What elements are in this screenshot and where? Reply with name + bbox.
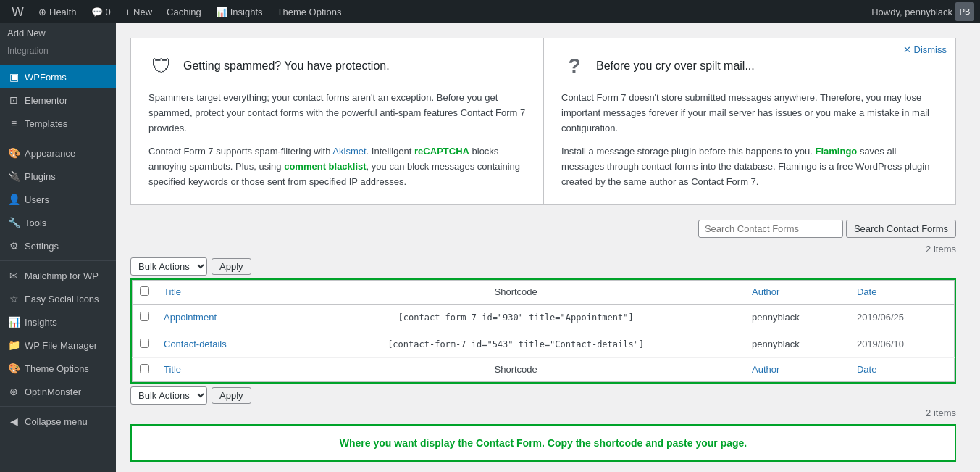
row2-title: Contact-details: [156, 331, 287, 357]
settings-icon: ⚙: [7, 239, 20, 252]
title-column-header[interactable]: Title: [156, 280, 287, 304]
sidebar-label-collapse: Collapse menu: [25, 416, 88, 427]
recaptcha-link[interactable]: reCAPTCHA: [414, 146, 469, 157]
title-footer-header[interactable]: Title: [156, 357, 287, 381]
select-all-footer-checkbox[interactable]: [140, 364, 149, 373]
search-input[interactable]: [698, 220, 843, 238]
sidebar-label-optinmonster: OptinMonster: [25, 386, 81, 397]
insights-topbar-icon: 📊: [216, 7, 227, 17]
admin-bar-right: Howdy, pennyblack PB: [871, 2, 974, 21]
sidebar-label-elementor: Elementor: [25, 95, 67, 106]
notice-grid: ✕ Dismiss 🛡 Getting spammed? You have pr…: [130, 38, 956, 205]
items-count-bottom: 2 items: [130, 407, 956, 418]
spam-protection-header: 🛡 Getting spammed? You have protection.: [148, 53, 526, 79]
date-column-header[interactable]: Date: [850, 280, 955, 304]
apply-button-top[interactable]: Apply: [212, 258, 251, 275]
new-button[interactable]: + New: [120, 0, 158, 23]
sidebar-item-tools[interactable]: 🔧 Tools: [0, 211, 116, 234]
bulk-actions-select-bottom[interactable]: Bulk Actions: [130, 386, 207, 405]
comment-blacklist-link[interactable]: comment blacklist: [284, 161, 366, 172]
row1-checkbox[interactable]: [140, 312, 149, 321]
insights-topbar-button[interactable]: 📊 Insights: [210, 0, 269, 23]
admin-bar-left: W ⊕ Health 💬 0 + New Caching 📊 Insights …: [6, 0, 871, 23]
sidebar-item-file-manager[interactable]: 📁 WP File Manager: [0, 334, 116, 357]
sidebar-collapse-menu[interactable]: ◀ Collapse menu: [0, 410, 116, 433]
theme-options-sidebar-icon: 🎨: [7, 362, 20, 375]
apply-button-bottom[interactable]: Apply: [212, 387, 251, 404]
sidebar-item-theme-options[interactable]: 🎨 Theme Options: [0, 357, 116, 380]
search-button[interactable]: Search Contact Forms: [846, 220, 956, 238]
avatar[interactable]: PB: [955, 2, 974, 21]
health-button[interactable]: ⊕ Health: [33, 0, 83, 23]
sidebar-divider-4: [0, 406, 116, 407]
sidebar-divider-3: [0, 260, 116, 261]
table-footer-row: Title Shortcode Author Date: [133, 357, 955, 381]
shortcode-footer-header: Shortcode: [287, 357, 745, 381]
row1-title-link[interactable]: Appointment: [164, 312, 217, 323]
select-all-checkbox[interactable]: [140, 286, 149, 296]
contact-forms-table: Title Shortcode Author Date Appo: [132, 280, 955, 382]
dismiss-button[interactable]: ✕ Dismiss: [903, 44, 947, 55]
spilt-mail-text1: Contact Form 7 doesn't store submitted m…: [561, 91, 938, 136]
sidebar-item-settings[interactable]: ⚙ Settings: [0, 234, 116, 257]
sidebar-label-appearance: Appearance: [25, 148, 75, 159]
sidebar-item-optinmonster[interactable]: ⊛ OptinMonster: [0, 380, 116, 403]
akismet-link[interactable]: Akismet: [332, 146, 366, 157]
sidebar-add-new[interactable]: Add New: [0, 23, 116, 43]
sidebar-item-easy-social-icons[interactable]: ☆ Easy Social Icons: [0, 287, 116, 310]
spilt-mail-header: ? Before you cry over spilt mail...: [561, 53, 938, 79]
new-label: + New: [125, 7, 152, 17]
sidebar-item-users[interactable]: 👤 Users: [0, 188, 116, 211]
sidebar-integration[interactable]: Integration: [0, 43, 116, 59]
row2-title-link[interactable]: Contact-details: [164, 339, 227, 349]
row2-date: 2019/06/10: [850, 331, 955, 357]
sidebar-label-plugins: Plugins: [25, 171, 56, 182]
comments-button[interactable]: 💬 0: [85, 0, 117, 23]
shortcode-column-header: Shortcode: [287, 280, 745, 304]
wp-logo-button[interactable]: W: [6, 0, 30, 23]
sidebar-item-mailchimp[interactable]: ✉ Mailchimp for WP: [0, 264, 116, 287]
sidebar-label-templates: Templates: [25, 118, 67, 129]
row1-date: 2019/06/25: [850, 304, 955, 331]
wp-logo-icon: W: [12, 4, 24, 20]
spilt-mail-title: Before you cry over spilt mail...: [596, 59, 755, 73]
sidebar-item-appearance[interactable]: 🎨 Appearance: [0, 141, 116, 165]
row2-checkbox[interactable]: [140, 339, 149, 348]
admin-bar: W ⊕ Health 💬 0 + New Caching 📊 Insights …: [0, 0, 980, 23]
search-row: Search Contact Forms: [130, 220, 956, 238]
users-icon: 👤: [7, 193, 20, 206]
dismiss-label: Dismiss: [914, 44, 947, 55]
select-all-footer[interactable]: [133, 357, 157, 381]
howdy-text: Howdy, pennyblack: [871, 7, 952, 17]
flamingo-link[interactable]: Flamingo: [816, 146, 858, 157]
author-footer-header[interactable]: Author: [745, 357, 850, 381]
sidebar-label-wpforms: WPForms: [25, 72, 67, 83]
mailchimp-icon: ✉: [7, 269, 20, 282]
spam-protection-title: Getting spammed? You have protection.: [183, 59, 390, 73]
spam-protection-text1: Spammers target everything; your contact…: [148, 91, 526, 136]
select-all-header[interactable]: [133, 280, 157, 304]
appearance-icon: 🎨: [7, 146, 20, 160]
theme-options-topbar-button[interactable]: Theme Options: [272, 0, 348, 23]
spilt-mail-panel: ? Before you cry over spilt mail... Cont…: [543, 38, 955, 204]
sidebar-item-insights[interactable]: 📊 Insights: [0, 310, 116, 334]
row2-checkbox-cell[interactable]: [133, 331, 157, 357]
row1-checkbox-cell[interactable]: [133, 304, 157, 331]
caching-button[interactable]: Caching: [161, 0, 207, 23]
insights-topbar-label: Insights: [230, 7, 263, 17]
table-row: Appointment [contact-form-7 id="930" tit…: [133, 304, 955, 331]
spilt-mail-text2: Install a message storage plugin before …: [561, 144, 938, 189]
sidebar-item-elementor[interactable]: ⊡ Elementor: [0, 88, 116, 112]
bulk-actions-select-top[interactable]: Bulk Actions: [130, 257, 207, 276]
content-area: ✕ Dismiss 🛡 Getting spammed? You have pr…: [116, 23, 971, 472]
sidebar: Add New Integration ▣ WPForms ⊡ Elemento…: [0, 23, 116, 472]
spam-protection-panel: 🛡 Getting spammed? You have protection. …: [131, 38, 543, 204]
date-footer-header[interactable]: Date: [850, 357, 955, 381]
sidebar-item-plugins[interactable]: 🔌 Plugins: [0, 165, 116, 188]
bulk-row-top: Bulk Actions Apply: [130, 257, 956, 276]
sidebar-item-wpforms[interactable]: ▣ WPForms: [0, 65, 116, 88]
sidebar-item-templates[interactable]: ≡ Templates: [0, 112, 116, 135]
health-label: Health: [49, 7, 77, 17]
comments-count: 0: [106, 7, 111, 17]
author-column-header[interactable]: Author: [745, 280, 850, 304]
